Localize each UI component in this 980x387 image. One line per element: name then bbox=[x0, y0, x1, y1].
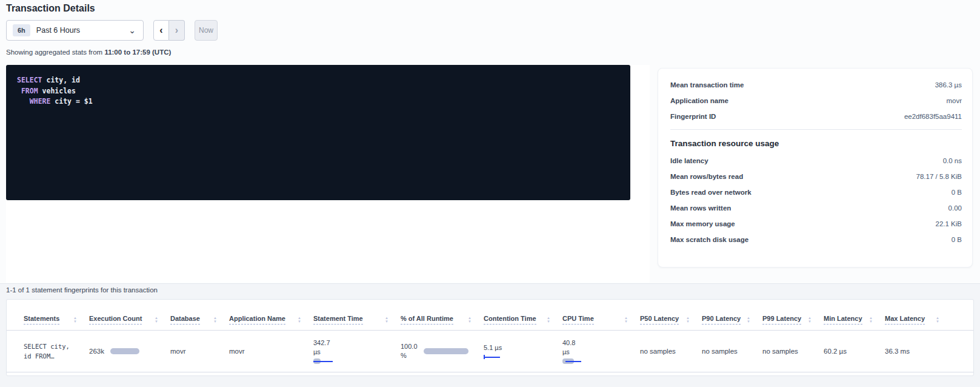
chevron-down-icon: ⌄ bbox=[128, 27, 136, 33]
column-header-p50-latency[interactable]: P50 Latency ▲▼ bbox=[640, 315, 702, 330]
min-latency-cell: 60.2 µs bbox=[824, 348, 885, 355]
caption-prefix: Showing aggregated stats from bbox=[6, 49, 104, 56]
summary-row: Bytes read over network 0 B bbox=[670, 184, 962, 200]
p99-latency-cell: no samples bbox=[762, 348, 824, 355]
time-range-label: Past 6 Hours bbox=[36, 26, 128, 35]
column-header-p99-latency[interactable]: P99 Latency ▲▼ bbox=[762, 315, 824, 330]
p50-latency-cell: no samples bbox=[640, 348, 702, 355]
column-header-max-latency[interactable]: Max Latency ▲▼ bbox=[885, 315, 952, 330]
page-title: Transaction Details bbox=[6, 3, 95, 14]
chevron-right-icon: › bbox=[175, 25, 178, 36]
column-header-statement-time[interactable]: Statement Time ▲▼ bbox=[313, 315, 401, 330]
sort-icon[interactable]: ▲▼ bbox=[869, 317, 873, 323]
sort-icon[interactable]: ▲▼ bbox=[624, 317, 628, 323]
column-header-database[interactable]: Database ▲▼ bbox=[170, 315, 229, 330]
summary-row: Idle latency 0.0 ns bbox=[670, 153, 962, 169]
statements-table-caption: 1-1 of 1 statement fingerprints for this… bbox=[6, 286, 158, 294]
summary-row: Max memory usage 22.1 KiB bbox=[670, 216, 962, 232]
column-header-statements[interactable]: Statements ▲▼ bbox=[24, 315, 89, 330]
summary-row: Max scratch disk usage 0 B bbox=[670, 232, 962, 247]
sql-line: FROM vehicles bbox=[17, 86, 619, 97]
summary-row: Application name movr bbox=[670, 93, 962, 109]
sort-icon[interactable]: ▲▼ bbox=[686, 317, 690, 323]
sort-icon[interactable]: ▲▼ bbox=[385, 317, 388, 323]
summary-row: Mean rows/bytes read 78.17 / 5.8 KiB bbox=[670, 169, 962, 184]
column-header-runtime-pct[interactable]: % of All Runtime ▲▼ bbox=[401, 315, 484, 330]
sql-fingerprint-box: SELECT city, id FROM vehicles WHERE city… bbox=[6, 65, 630, 200]
sort-icon[interactable]: ▲▼ bbox=[213, 317, 217, 323]
now-button[interactable]: Now bbox=[195, 20, 218, 41]
execution-count-cell: 263k bbox=[89, 348, 170, 355]
next-range-button[interactable]: › bbox=[169, 20, 185, 41]
statement-row[interactable]: SELECT city, id FROM… 263k movr movr 342… bbox=[7, 331, 973, 372]
database-cell: movr bbox=[170, 348, 229, 355]
statement-time-bar-chart bbox=[313, 358, 333, 364]
previous-range-button[interactable]: ‹ bbox=[153, 20, 169, 41]
column-header-p90-latency[interactable]: P90 Latency ▲▼ bbox=[702, 315, 762, 330]
resource-usage-section-title: Transaction resource usage bbox=[670, 133, 962, 153]
summary-row: Fingerprint ID ee2df683f5aa9411 bbox=[670, 109, 962, 124]
statement-link[interactable]: SELECT city, id FROM… bbox=[24, 342, 89, 361]
statement-time-cell: 342.7 µs bbox=[313, 338, 401, 364]
time-nav-group: ‹ › bbox=[153, 20, 185, 41]
summary-row: Mean rows written 0.00 bbox=[670, 200, 962, 216]
column-header-cpu-time[interactable]: CPU Time ▲▼ bbox=[562, 315, 640, 330]
execution-count-bar bbox=[110, 348, 139, 354]
sort-icon[interactable]: ▲▼ bbox=[547, 317, 550, 323]
time-range-badge: 6h bbox=[13, 24, 30, 36]
column-header-contention-time[interactable]: Contention Time ▲▼ bbox=[484, 315, 562, 330]
cpu-time-bar-chart bbox=[562, 358, 578, 364]
table-header-row: Statements ▲▼ Execution Count ▲▼ Databas… bbox=[7, 300, 973, 331]
chevron-left-icon: ‹ bbox=[159, 25, 162, 36]
sql-line: SELECT city, id bbox=[17, 75, 619, 86]
statements-section: 1-1 of 1 statement fingerprints for this… bbox=[0, 283, 980, 387]
runtime-pct-cell: 100.0 % bbox=[401, 342, 484, 360]
aggregated-stats-caption: Showing aggregated stats from 11:00 to 1… bbox=[6, 49, 171, 56]
sort-icon[interactable]: ▲▼ bbox=[468, 317, 472, 323]
sort-icon[interactable]: ▲▼ bbox=[808, 317, 812, 323]
sql-panel: SELECT city, id FROM vehicles WHERE city… bbox=[6, 65, 650, 283]
runtime-pct-bar bbox=[424, 348, 468, 354]
time-range-select[interactable]: 6h Past 6 Hours ⌄ bbox=[6, 20, 144, 41]
column-header-min-latency[interactable]: Min Latency ▲▼ bbox=[824, 315, 885, 330]
transaction-summary-card: Mean transaction time 386.3 µs Applicati… bbox=[658, 68, 973, 268]
contention-time-bar-chart bbox=[484, 355, 500, 360]
contention-time-cell: 5.1 µs bbox=[484, 343, 562, 360]
sort-icon[interactable]: ▲▼ bbox=[936, 317, 939, 323]
summary-row: Mean transaction time 386.3 µs bbox=[670, 77, 962, 93]
column-header-execution-count[interactable]: Execution Count ▲▼ bbox=[89, 315, 170, 330]
max-latency-cell: 36.3 ms bbox=[885, 348, 952, 355]
time-picker-row: 6h Past 6 Hours ⌄ ‹ › Now bbox=[6, 20, 218, 41]
divider bbox=[670, 129, 962, 130]
cpu-time-cell: 40.8 µs bbox=[562, 338, 640, 364]
sql-line: WHERE city = $1 bbox=[17, 96, 619, 107]
sort-icon[interactable]: ▲▼ bbox=[155, 317, 158, 323]
sort-icon[interactable]: ▲▼ bbox=[73, 317, 77, 323]
statements-table: Statements ▲▼ Execution Count ▲▼ Databas… bbox=[6, 299, 974, 376]
caption-range: 11:00 to 17:59 (UTC) bbox=[104, 49, 171, 56]
p90-latency-cell: no samples bbox=[702, 348, 762, 355]
application-name-cell: movr bbox=[229, 348, 313, 355]
sort-icon[interactable]: ▲▼ bbox=[747, 317, 750, 323]
column-header-application-name[interactable]: Application Name ▲▼ bbox=[229, 315, 313, 330]
sort-icon[interactable]: ▲▼ bbox=[298, 317, 301, 323]
